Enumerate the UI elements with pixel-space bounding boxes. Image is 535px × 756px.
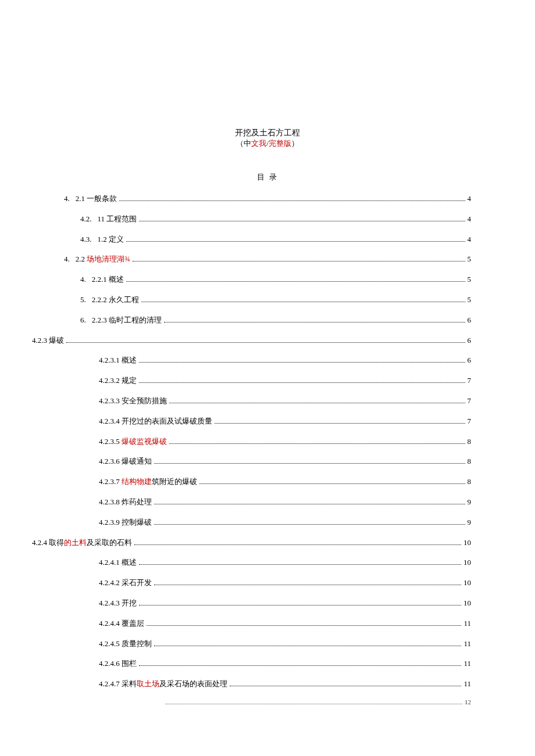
toc-entry: 4.2.3.7 结构物建筑附近的爆破8 [64,476,471,488]
toc-page-number: 11 [463,678,471,690]
toc-entry: 4.2.4.3 开挖10 [64,597,471,610]
title-main: 开挖及土石方工程 [64,128,471,138]
toc-entry-number: 4.3. [80,234,98,246]
toc-page-number: 6 [468,354,472,367]
toc-page-number: 9 [468,496,472,508]
toc-entry-label: 4.2.3.2 规定 [99,375,137,387]
toc-dots [139,558,461,565]
toc-entry-label: 4.2.4 取得的土料及采取的石料 [32,537,132,549]
toc-page-number: 11 [463,638,471,650]
toc-entry-label: 2.2 场地清理湖¾ [76,253,130,266]
toc-dots [199,478,465,484]
toc-container: 4.2.1 一般条款44.2.11 工程范围44.3.1.2 定义44.2.2 … [64,193,471,690]
toc-dots [154,639,461,646]
toc-entry-label: 2.2.1 概述 [92,274,124,286]
toc-entry-label: 4.2.4.5 质量控制 [99,638,152,650]
toc-entry-label: 4.2.3.7 结构物建筑附近的爆破 [99,476,197,488]
toc-dots [165,698,462,704]
toc-entry: 4.2.4.7 采料取土场及采石场的表面处理11 [64,678,471,690]
toc-dots [141,296,465,302]
toc-entry-number: 4. [64,253,76,266]
toc-entry: 4.2.3.5 爆破监视爆破8 [64,436,471,448]
toc-entry-label: 4.2.3.6 爆破通知 [99,456,152,468]
toc-page-number: 4 [468,193,472,205]
toc-dots [126,275,465,282]
toc-entry-label: 4.2.3.5 爆破监视爆破 [99,436,167,448]
toc-dots [169,397,465,403]
toc-dots [119,195,465,201]
toc-page-number: 12 [465,698,471,705]
toc-entry: 4.2.4.4 覆盖层11 [64,618,471,630]
toc-page-number: 10 [463,597,471,610]
toc-dots [134,538,461,544]
toc-dots [230,680,461,686]
toc-dots [139,356,465,363]
toc-entry: 5.2.2.2 永久工程5 [64,294,471,306]
toc-page-number: 9 [468,517,472,529]
toc-dots [147,619,461,625]
document-page: 开挖及土石方工程 （中文我/完整版） 目 录 4.2.1 一般条款44.2.11… [0,0,535,756]
toc-dots [133,255,465,261]
title-block: 开挖及土石方工程 （中文我/完整版） [64,128,471,149]
toc-entry-number: 6. [80,314,92,327]
toc-entry-number: 4. [80,274,92,286]
toc-page-number: 5 [468,274,472,286]
toc-entry-number: 4.2. [80,213,98,225]
toc-entry-label: 1.2 定义 [98,234,124,246]
toc-entry-label: 4.2.3.4 开挖过的表面及试爆破质量 [99,415,212,428]
toc-entry: 6.2.2.3 临时工程的清理6 [64,314,471,327]
toc-dots [169,437,465,443]
toc-page-number: 8 [468,436,472,448]
toc-entry: 4.2.3.4 开挖过的表面及试爆破质量7 [64,415,471,428]
title-sub: （中文我/完整版） [64,138,471,149]
toc-dots [139,377,465,383]
toc-page-number: 6 [468,314,472,327]
toc-header: 目 录 [64,172,471,182]
toc-entry-number: 4. [64,193,76,205]
toc-page-number: 7 [468,395,472,407]
toc-entry-label: 4.2.4.7 采料取土场及采石场的表面处理 [99,678,227,690]
toc-entry: 4.2.4.1 概述10 [64,557,471,569]
toc-entry-label: 4.2.3.8 炸药处理 [99,496,152,508]
toc-entry-label: 4.2.3.9 控制爆破 [99,517,152,529]
toc-page-number: 11 [463,658,471,670]
toc-dots [139,660,461,666]
toc-entry-label: 4.2.3 爆破 [32,335,64,347]
toc-page-number: 5 [468,294,472,306]
toc-entry-label: 4.2.4.2 采石开发 [99,577,152,589]
toc-entry: 4.2.1 一般条款4 [64,193,471,205]
toc-page-number: 10 [463,557,471,569]
toc-entry-label: 11 工程范围 [98,213,137,225]
toc-entry: 4.2.4.5 质量控制11 [64,638,471,650]
toc-dots [164,316,465,322]
toc-entry-label: 4.2.3.1 概述 [99,354,137,367]
toc-page-number: 6 [468,335,472,347]
toc-entry: 4.2.11 工程范围4 [64,213,471,225]
toc-dots [215,417,465,423]
toc-page-number: 4 [468,234,472,246]
toc-entry: 4.3.1.2 定义4 [64,234,471,246]
toc-page-number: 8 [468,456,472,468]
toc-entry-label: 4.2.4.3 开挖 [99,597,137,610]
toc-entry-label: 4.2.4.6 围栏 [99,658,137,670]
toc-entry: 4.2.3.1 概述6 [64,354,471,367]
toc-page-number: 11 [463,618,471,630]
toc-page-number: 5 [468,253,472,266]
toc-entry: 4.2.3.3 安全预防措施7 [64,395,471,407]
toc-entry: 4.2.3.6 爆破通知8 [64,456,471,468]
toc-entry: 4.2.3.9 控制爆破9 [64,517,471,529]
toc-entry: 4.2.4 取得的土料及采取的石料10 [32,537,471,549]
toc-entry: 4.2.3 爆破6 [32,335,471,347]
toc-entry-number: 5. [80,294,92,306]
toc-entry: 4.2.3.2 规定7 [64,375,471,387]
toc-entry-label: 4.2.4.4 覆盖层 [99,618,144,630]
toc-dots [154,457,465,464]
toc-page-number: 4 [468,213,472,225]
toc-dots [139,214,465,221]
toc-entry: 4.2.3.8 炸药处理9 [64,496,471,508]
toc-dots [154,579,461,585]
toc-page-number: 10 [463,537,471,549]
toc-entry-label: 2.2.2 永久工程 [92,294,139,306]
toc-page-number: 7 [468,415,472,428]
toc-dots [126,235,465,241]
